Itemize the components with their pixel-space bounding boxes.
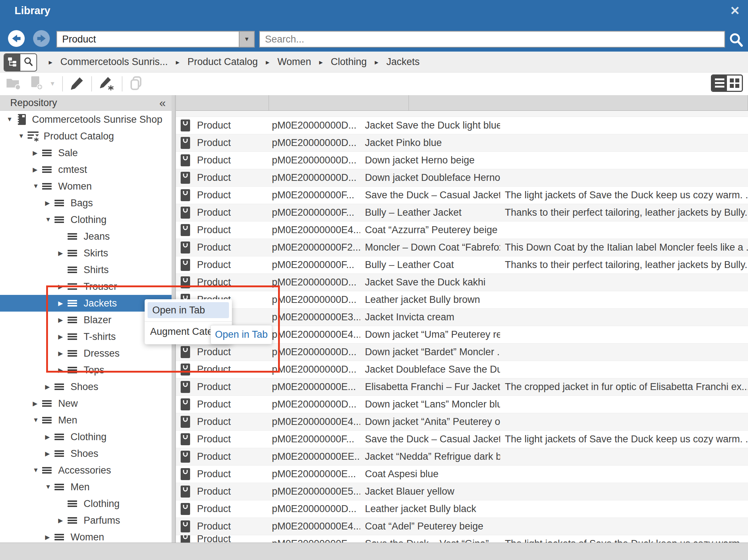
table-row[interactable]: Product pM0E20000000D... Leather jacket … (176, 291, 748, 309)
tree-expander-icon[interactable] (58, 517, 68, 524)
tree-expander-icon[interactable] (58, 333, 68, 341)
tree-item[interactable]: cmtest (0, 161, 172, 178)
table-row[interactable]: Product pM0E20000000F... Bully – Leather… (176, 204, 748, 222)
table-row[interactable]: Product pM0E20000000D... Jacket Save the… (176, 111, 748, 117)
edit-augment-icon[interactable] (98, 76, 115, 92)
table-row[interactable]: Product pM0E20000000F2... Moncler – Down… (176, 239, 748, 256)
breadcrumb-item[interactable]: Commercetools Sunris... (60, 56, 168, 68)
add-category-icon[interactable] (6, 76, 22, 92)
tree-expander-icon[interactable] (33, 417, 42, 424)
tree-expander-icon[interactable] (45, 483, 55, 491)
tree-item[interactable]: Clothing (0, 495, 172, 512)
table-row[interactable]: Product pM0E20000000D... Down jacket “Ba… (176, 344, 748, 361)
column-header[interactable] (176, 95, 269, 110)
breadcrumb-item[interactable]: Clothing (331, 56, 367, 68)
table-row[interactable]: Product pM0E20000000F... Save the Duck –… (176, 187, 748, 204)
tree-item[interactable]: Jeans (0, 228, 172, 245)
table-row[interactable]: Product pM0E20000000E4... Coat “Adel” Pe… (176, 518, 748, 535)
table-row[interactable]: Product pM0E20000000F... Save the Duck –… (176, 535, 748, 543)
tree-item[interactable]: Shoes (0, 378, 172, 395)
table-row[interactable]: Product pM0E20000000E... Coat Aspesi blu… (176, 466, 748, 483)
scope-dropdown-button[interactable]: ▼ (239, 32, 254, 47)
tree-item[interactable]: Accessories (0, 462, 172, 479)
table-row[interactable]: Product pM0E20000000D... Jacket Save the… (176, 117, 748, 134)
table-row[interactable]: Product pM0E20000000E4... Coat “Azzurra”… (176, 222, 748, 239)
breadcrumb-item[interactable]: Women (277, 56, 311, 68)
column-header[interactable] (743, 95, 748, 110)
table-row[interactable]: Product pM0E20000000E... Elisabetta Fran… (176, 378, 748, 396)
tree-item[interactable]: Sale (0, 145, 172, 161)
tree-expander-icon[interactable] (33, 467, 42, 474)
tree-expander-icon[interactable] (7, 116, 16, 123)
table-row[interactable]: Product pM0E20000000D... Down jacket “La… (176, 396, 748, 413)
tree-item[interactable]: Women (0, 529, 172, 543)
breadcrumb-item[interactable]: Product Catalog (188, 56, 258, 68)
tree-expander-icon[interactable] (45, 383, 55, 391)
breadcrumb-item[interactable]: Jackets (386, 56, 420, 68)
add-product-icon[interactable] (28, 76, 43, 92)
grid-view-button[interactable] (727, 76, 742, 91)
collapse-panel-icon[interactable]: « (159, 97, 166, 109)
tree-item[interactable]: Commercetools Sunrise Shop (0, 111, 172, 128)
tree-expander-icon[interactable] (18, 133, 28, 140)
bottom-scrollbar-area[interactable] (0, 543, 748, 560)
tree-expander-icon[interactable] (58, 283, 68, 291)
add-product-dropdown-icon[interactable]: ▼ (49, 80, 56, 88)
table-row[interactable]: Product pM0E20000000E3... Jacket Invicta… (176, 309, 748, 326)
tree-expander-icon[interactable] (33, 166, 42, 174)
tree-expander-icon[interactable] (58, 249, 68, 257)
search-view-toggle[interactable] (20, 54, 36, 71)
tree-expander-icon[interactable] (58, 300, 68, 307)
tree-expander-icon[interactable] (33, 149, 42, 157)
scope-input[interactable] (57, 32, 239, 47)
tree-view-toggle[interactable] (4, 54, 20, 71)
edit-icon[interactable] (69, 76, 85, 92)
tree-item[interactable]: Clothing (0, 211, 172, 228)
tree-expander-icon[interactable] (45, 199, 55, 207)
tree-item[interactable]: Shirts (0, 261, 172, 278)
tree-expander-icon[interactable] (45, 533, 55, 541)
back-button[interactable] (8, 30, 25, 47)
tree-item[interactable]: Parfums (0, 512, 172, 529)
table-row[interactable]: Product pM0E20000000D... Down jacket Her… (176, 152, 748, 169)
tree-item[interactable]: Men (0, 479, 172, 495)
tree-item[interactable]: New (0, 395, 172, 412)
table-row[interactable]: Product pM0E20000000F... Bully – Leather… (176, 256, 748, 274)
tree-expander-icon[interactable] (45, 216, 55, 223)
list-view-button[interactable] (712, 76, 727, 91)
table-row[interactable]: Product pM0E20000000D... Jacket Doublefa… (176, 361, 748, 378)
table-row[interactable]: Product pM0E20000000E5... Jacket Blauer … (176, 483, 748, 500)
tree-expander-icon[interactable] (58, 366, 68, 374)
tree-expander-icon[interactable] (33, 183, 42, 190)
tree-item[interactable]: Men (0, 412, 172, 429)
tree-item[interactable]: Bags (0, 195, 172, 211)
tree-expander-icon[interactable] (58, 350, 68, 357)
forward-button[interactable] (33, 30, 50, 47)
table-row[interactable]: Product pM0E20000000D... Leather jacket … (176, 500, 748, 518)
table-row[interactable]: Product pM0E20000000D... Jacket Save the… (176, 274, 748, 291)
tree-item[interactable]: Shoes (0, 445, 172, 462)
tree-expander-icon[interactable] (45, 433, 55, 441)
tree-expander-icon[interactable] (33, 400, 42, 407)
table-row[interactable]: Product pM0E20000000F... Save the Duck –… (176, 431, 748, 448)
table-row[interactable]: Product pM0E20000000EE... Jacket “Nedda”… (176, 448, 748, 466)
duplicate-icon[interactable] (129, 76, 144, 92)
tree-expander-icon[interactable] (45, 450, 55, 458)
table-row[interactable]: Product pM0E20000000D... Down jacket Dou… (176, 169, 748, 187)
table-row[interactable]: Product pM0E20000000E4... Down jacket “A… (176, 413, 748, 431)
column-header[interactable] (409, 95, 743, 110)
tree-item[interactable]: Skirts (0, 245, 172, 261)
tree-item[interactable]: Women (0, 178, 172, 195)
tree-item[interactable]: Product Catalog (0, 128, 172, 145)
menu-item-open-in-tab[interactable]: Open in Tab (148, 302, 229, 318)
tree-item[interactable]: Dresses (0, 345, 172, 362)
table-row[interactable]: Product pM0E20000000D... Jacket Pinko bl… (176, 134, 748, 152)
column-header[interactable] (269, 95, 409, 110)
tree-item[interactable]: Clothing (0, 429, 172, 445)
search-input[interactable] (260, 32, 724, 47)
tree-item[interactable]: Tops (0, 362, 172, 378)
tree-item[interactable]: Trouser (0, 278, 172, 295)
close-icon[interactable]: ✕ (730, 4, 740, 18)
tree-expander-icon[interactable] (58, 316, 68, 324)
search-icon[interactable] (728, 32, 744, 49)
